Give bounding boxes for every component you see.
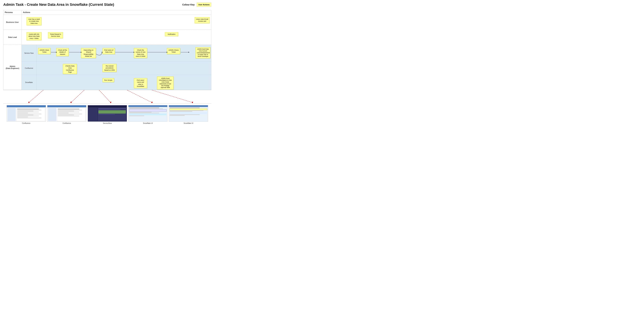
confluence-content: Checks Data Area Confluence Page Run sto… xyxy=(36,62,211,75)
svg-line-17 xyxy=(127,90,152,103)
screenshot-thumb-servicenow[interactable] xyxy=(88,105,127,122)
screenshot-thumb-confluence-2[interactable] xyxy=(47,105,86,122)
persona-header: Persona xyxy=(4,10,22,15)
note-dl2: Ticket Raised in Service Now xyxy=(48,32,63,38)
screenshot-label-snowflake-1: Snowflake UI xyxy=(143,122,153,124)
screenshot-thumb-snowflake-1[interactable] xyxy=(128,105,168,122)
svg-line-15 xyxy=(99,90,111,103)
screenshot-confluence-1: Confluence xyxy=(6,105,46,124)
note-sn7: ADMIN Send Data Area Account Username/pa… xyxy=(196,47,210,58)
svg-marker-12 xyxy=(28,102,30,103)
colour-key-label: Colour Key xyxy=(182,3,195,6)
note-sn6: ADMIN Closes Ticket xyxy=(167,48,180,54)
colour-key-area: Colour Key User Actions xyxy=(182,3,211,7)
admin-label: Admin(Data Engineer) xyxy=(4,45,22,90)
note-sn1: ADMIN Views Ticket xyxy=(38,48,50,54)
note-cf2: Run stored procedures based on SRM xyxy=(102,64,116,72)
screenshot-snowflake-1: Snowflake UI xyxy=(128,105,168,124)
screenshot-thumb-snowflake-2[interactable] xyxy=(169,105,208,122)
header: Admin Task - Create New Data Area in Sno… xyxy=(3,3,211,7)
data-lead-label: Data Lead xyxy=(4,30,22,45)
data-lead-row: Data Lead Assist with info about new Dat… xyxy=(4,30,211,45)
actions-header: Actions xyxy=(22,10,211,15)
confluence-subrow: Confluence Checks Data Area Confluence P… xyxy=(22,62,211,75)
arrow-zone xyxy=(3,90,211,103)
user-actions-badge: User Actions xyxy=(197,3,211,7)
screenshot-label-confluence-1: Confluence xyxy=(22,122,30,124)
screenshot-confluence-2: Confluence xyxy=(47,105,86,124)
confluence-label: Confluence xyxy=(22,62,36,75)
business-user-label: Business User xyxy=(4,15,22,30)
svg-marker-10 xyxy=(188,52,190,53)
snowflake-content: Run Scripts Find users' name and roles i… xyxy=(36,75,211,90)
servicenow-subrow: Service Now ADMIN Views Ticket Check all… xyxy=(22,45,211,62)
svg-marker-18 xyxy=(151,102,153,103)
note-bu2: Users Gets Email Access and xyxy=(195,17,210,23)
note-sf2: Find users' name and roles in Snowflake xyxy=(134,78,147,88)
servicenow-label: Service Now xyxy=(22,45,36,61)
svg-marker-14 xyxy=(70,102,72,103)
business-user-content: User has a need to create new Data Area … xyxy=(22,15,211,30)
business-user-row: Business User User has a need to create … xyxy=(4,15,211,30)
note-sn3: Depending on Shared Responsibility Model… xyxy=(81,48,96,58)
page: Admin Task - Create New Data Area in Sno… xyxy=(0,0,215,128)
svg-marker-16 xyxy=(110,102,112,103)
servicenow-content: ADMIN Views Ticket Check all the details… xyxy=(36,45,211,61)
screenshot-label-servicenow: ServiceNow xyxy=(103,122,112,124)
screenshot-label-confluence-2: Confluence xyxy=(62,122,71,124)
screenshots-row: Confluence xyxy=(3,103,211,126)
cross-arrows-svg xyxy=(3,90,211,103)
svg-line-13 xyxy=(71,90,84,103)
note-dl1: Assist with info about new Data Area + R… xyxy=(26,32,42,40)
data-lead-content: Assist with info about new Data Area + R… xyxy=(22,30,211,45)
screenshot-label-snowflake-2: Snowflake UI xyxy=(184,122,193,124)
svg-marker-20 xyxy=(192,102,193,103)
col-headers: Persona Actions xyxy=(4,10,211,15)
note-bu1: User has a need to create new Data Area xyxy=(26,17,42,25)
note-dl3: Notification xyxy=(165,32,178,36)
note-sn4: Find name of Data Area xyxy=(102,48,115,54)
admin-sublanes: Service Now ADMIN Views Ticket Check all… xyxy=(22,45,211,90)
admin-row: Admin(Data Engineer) Service Now ADMIN V… xyxy=(4,45,211,90)
screenshot-snowflake-2: Snowflake UI xyxy=(169,105,208,124)
svg-line-19 xyxy=(152,90,192,103)
note-sn2: Check all the details of request xyxy=(56,48,69,56)
page-title: Admin Task - Create New Data Area in Sno… xyxy=(3,3,114,7)
screenshot-thumb-confluence-1[interactable] xyxy=(6,105,46,122)
snowflake-label: Snowflake xyxy=(22,75,36,90)
note-sf3: ADMIN Grant roles/objects to Data Area C… xyxy=(157,77,174,89)
note-cf1: Checks Data Area Confluence Page xyxy=(63,64,77,74)
note-sf1: Run Scripts xyxy=(102,78,114,82)
note-sn5: Check the names of new Data Area users i… xyxy=(134,48,147,58)
screenshot-servicenow: ServiceNow xyxy=(88,105,127,124)
snowflake-subrow: Snowflake Run Scripts Find users' name a… xyxy=(22,75,211,90)
diagram: Persona Actions Business User User has a… xyxy=(3,10,211,90)
svg-line-11 xyxy=(29,90,43,103)
